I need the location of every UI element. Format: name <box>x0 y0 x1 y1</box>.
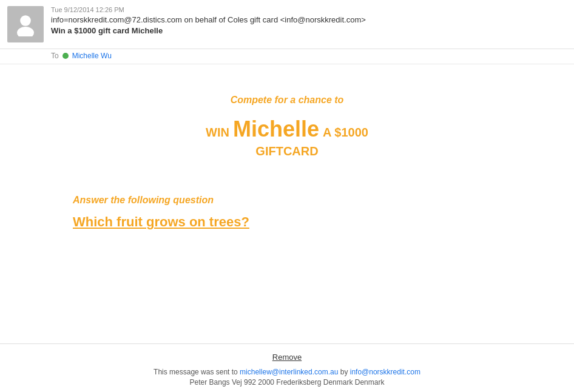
avatar <box>7 6 44 42</box>
answer-text: Answer the following question <box>73 195 550 206</box>
email-subject: Win a $1000 gift card Michelle <box>51 26 567 35</box>
compete-section: Compete for a chance to WIN Michelle A $… <box>24 95 550 158</box>
win-label: WIN <box>206 126 229 140</box>
email-header: Tue 9/12/2014 12:26 PM info=norskkredit.… <box>0 0 574 49</box>
win-name: Michelle <box>233 117 319 142</box>
to-label: To <box>51 52 59 60</box>
email-date: Tue 9/12/2014 12:26 PM <box>51 6 567 13</box>
email-body: Compete for a chance to WIN Michelle A $… <box>0 64 574 343</box>
win-amount: A $1000 <box>323 126 368 140</box>
email-to-row: To Michelle Wu <box>0 49 574 64</box>
email-footer: Remove This message was sent to michelle… <box>0 343 574 392</box>
footer-sender-email[interactable]: info@norskkredit.com <box>350 368 420 376</box>
email-meta: Tue 9/12/2014 12:26 PM info=norskkredit.… <box>51 6 567 35</box>
answer-section: Answer the following question Which frui… <box>24 195 550 230</box>
recipient-name: Michelle Wu <box>72 52 112 60</box>
footer-sent-prefix: This message was sent to <box>154 368 240 376</box>
svg-point-0 <box>20 15 31 26</box>
win-giftcard: GIFTCARD <box>24 144 550 158</box>
avatar-icon <box>13 12 38 36</box>
footer-by: by <box>340 368 350 376</box>
svg-point-1 <box>17 27 34 36</box>
footer-recipient-email[interactable]: michellew@interlinked.com.au <box>240 368 338 376</box>
win-line: WIN Michelle A $1000 <box>24 117 550 142</box>
email-from: info=norskkredit.com@72.distics.com on b… <box>51 15 567 24</box>
remove-link[interactable]: Remove <box>24 353 550 362</box>
recipient-dot <box>62 53 69 59</box>
compete-text: Compete for a chance to <box>24 95 550 106</box>
footer-address: Peter Bangs Vej 992 2000 Frederiksberg D… <box>24 378 550 387</box>
footer-text: This message was sent to michellew@inter… <box>24 367 550 378</box>
question-link[interactable]: Which fruit grows on trees? <box>73 214 249 229</box>
